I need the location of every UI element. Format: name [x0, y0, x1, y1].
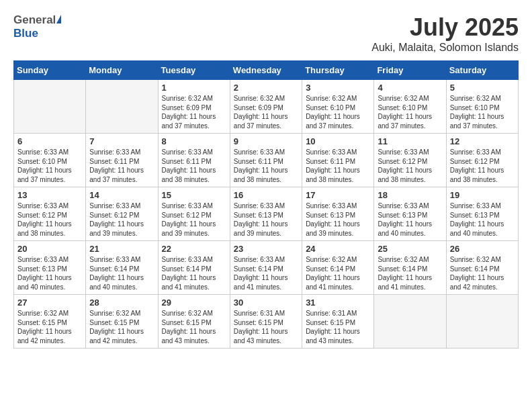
day-info: Sunrise: 6:33 AM Sunset: 6:11 PM Dayligh… — [234, 148, 298, 184]
day-info: Sunrise: 6:33 AM Sunset: 6:13 PM Dayligh… — [234, 201, 298, 238]
calendar-day-cell: 23Sunrise: 6:33 AM Sunset: 6:14 PM Dayli… — [230, 241, 302, 295]
calendar-day-cell: 13Sunrise: 6:33 AM Sunset: 6:12 PM Dayli… — [14, 187, 86, 241]
day-info: Sunrise: 6:32 AM Sunset: 6:10 PM Dayligh… — [450, 94, 515, 130]
calendar-day-cell: 29Sunrise: 6:32 AM Sunset: 6:15 PM Dayli… — [158, 295, 230, 349]
weekday-header: Sunday — [14, 61, 86, 80]
calendar-day-cell: 6Sunrise: 6:33 AM Sunset: 6:10 PM Daylig… — [14, 134, 86, 187]
logo-general: General — [13, 13, 56, 27]
day-number: 21 — [89, 244, 154, 254]
weekday-header: Thursday — [302, 61, 374, 80]
calendar-day-cell: 4Sunrise: 6:32 AM Sunset: 6:10 PM Daylig… — [374, 80, 446, 134]
day-number: 10 — [306, 136, 370, 146]
calendar-table: SundayMondayTuesdayWednesdayThursdayFrid… — [13, 60, 519, 349]
day-info: Sunrise: 6:32 AM Sunset: 6:15 PM Dayligh… — [162, 309, 226, 345]
day-info: Sunrise: 6:32 AM Sunset: 6:10 PM Dayligh… — [378, 94, 442, 130]
calendar-day-cell: 30Sunrise: 6:31 AM Sunset: 6:15 PM Dayli… — [230, 295, 302, 349]
calendar-day-cell: 19Sunrise: 6:33 AM Sunset: 6:13 PM Dayli… — [446, 187, 518, 241]
day-number: 14 — [89, 190, 154, 200]
day-info: Sunrise: 6:33 AM Sunset: 6:12 PM Dayligh… — [378, 148, 442, 184]
day-info: Sunrise: 6:33 AM Sunset: 6:11 PM Dayligh… — [89, 148, 154, 184]
day-info: Sunrise: 6:32 AM Sunset: 6:14 PM Dayligh… — [378, 255, 442, 291]
calendar-day-cell: 31Sunrise: 6:31 AM Sunset: 6:15 PM Dayli… — [302, 295, 374, 349]
logo-blue: Blue — [13, 27, 38, 40]
day-number: 13 — [17, 190, 82, 200]
weekday-header: Tuesday — [158, 61, 230, 80]
day-number: 4 — [378, 83, 442, 93]
day-number: 18 — [378, 190, 442, 200]
day-info: Sunrise: 6:33 AM Sunset: 6:12 PM Dayligh… — [17, 201, 82, 238]
day-number: 11 — [378, 136, 442, 146]
calendar-day-cell: 12Sunrise: 6:33 AM Sunset: 6:12 PM Dayli… — [446, 134, 518, 187]
calendar-day-cell: 10Sunrise: 6:33 AM Sunset: 6:11 PM Dayli… — [302, 134, 374, 187]
calendar-day-cell: 7Sunrise: 6:33 AM Sunset: 6:11 PM Daylig… — [86, 134, 158, 187]
day-number: 6 — [17, 136, 82, 146]
calendar-day-cell: 22Sunrise: 6:33 AM Sunset: 6:14 PM Dayli… — [158, 241, 230, 295]
logo: General Blue — [13, 13, 61, 40]
calendar-day-cell — [374, 295, 446, 349]
calendar-day-cell: 11Sunrise: 6:33 AM Sunset: 6:12 PM Dayli… — [374, 134, 446, 187]
day-info: Sunrise: 6:33 AM Sunset: 6:13 PM Dayligh… — [378, 201, 442, 238]
calendar-week-row: 27Sunrise: 6:32 AM Sunset: 6:15 PM Dayli… — [14, 295, 519, 349]
day-info: Sunrise: 6:32 AM Sunset: 6:10 PM Dayligh… — [306, 94, 370, 130]
day-info: Sunrise: 6:33 AM Sunset: 6:11 PM Dayligh… — [162, 148, 226, 184]
day-number: 25 — [378, 244, 442, 254]
page-header: General Blue July 2025 Auki, Malaita, So… — [13, 13, 519, 54]
calendar-header-row: SundayMondayTuesdayWednesdayThursdayFrid… — [14, 61, 519, 80]
calendar-day-cell — [86, 80, 158, 134]
day-info: Sunrise: 6:32 AM Sunset: 6:15 PM Dayligh… — [89, 309, 154, 345]
calendar-day-cell: 16Sunrise: 6:33 AM Sunset: 6:13 PM Dayli… — [230, 187, 302, 241]
day-number: 30 — [234, 298, 298, 308]
day-info: Sunrise: 6:32 AM Sunset: 6:14 PM Dayligh… — [450, 255, 515, 291]
day-number: 24 — [306, 244, 370, 254]
calendar-week-row: 13Sunrise: 6:33 AM Sunset: 6:12 PM Dayli… — [14, 187, 519, 241]
day-number: 26 — [450, 244, 515, 254]
day-info: Sunrise: 6:33 AM Sunset: 6:12 PM Dayligh… — [89, 201, 154, 238]
day-number: 9 — [234, 136, 298, 146]
calendar-week-row: 6Sunrise: 6:33 AM Sunset: 6:10 PM Daylig… — [14, 134, 519, 187]
month-title: July 2025 — [371, 13, 519, 42]
day-number: 17 — [306, 190, 370, 200]
day-info: Sunrise: 6:31 AM Sunset: 6:15 PM Dayligh… — [234, 309, 298, 345]
weekday-header: Wednesday — [230, 61, 302, 80]
day-info: Sunrise: 6:31 AM Sunset: 6:15 PM Dayligh… — [306, 309, 370, 345]
day-info: Sunrise: 6:33 AM Sunset: 6:13 PM Dayligh… — [450, 201, 515, 238]
day-number: 31 — [306, 298, 370, 308]
day-number: 1 — [162, 83, 226, 93]
calendar-day-cell: 9Sunrise: 6:33 AM Sunset: 6:11 PM Daylig… — [230, 134, 302, 187]
weekday-header: Friday — [374, 61, 446, 80]
calendar-day-cell: 18Sunrise: 6:33 AM Sunset: 6:13 PM Dayli… — [374, 187, 446, 241]
calendar-day-cell — [446, 295, 518, 349]
calendar-day-cell: 1Sunrise: 6:32 AM Sunset: 6:09 PM Daylig… — [158, 80, 230, 134]
weekday-header: Saturday — [446, 61, 518, 80]
calendar-day-cell: 2Sunrise: 6:32 AM Sunset: 6:09 PM Daylig… — [230, 80, 302, 134]
day-number: 2 — [234, 83, 298, 93]
day-number: 3 — [306, 83, 370, 93]
day-info: Sunrise: 6:33 AM Sunset: 6:13 PM Dayligh… — [306, 201, 370, 238]
day-info: Sunrise: 6:33 AM Sunset: 6:12 PM Dayligh… — [162, 201, 226, 238]
day-number: 22 — [162, 244, 226, 254]
location-title: Auki, Malaita, Solomon Islands — [371, 42, 519, 54]
day-number: 8 — [162, 136, 226, 146]
day-info: Sunrise: 6:32 AM Sunset: 6:09 PM Dayligh… — [234, 94, 298, 130]
weekday-header: Monday — [86, 61, 158, 80]
day-number: 19 — [450, 190, 515, 200]
day-number: 5 — [450, 83, 515, 93]
calendar-day-cell: 25Sunrise: 6:32 AM Sunset: 6:14 PM Dayli… — [374, 241, 446, 295]
calendar-day-cell: 28Sunrise: 6:32 AM Sunset: 6:15 PM Dayli… — [86, 295, 158, 349]
logo-triangle-icon — [56, 15, 61, 24]
calendar-day-cell: 24Sunrise: 6:32 AM Sunset: 6:14 PM Dayli… — [302, 241, 374, 295]
day-number: 12 — [450, 136, 515, 146]
day-number: 20 — [17, 244, 82, 254]
day-number: 23 — [234, 244, 298, 254]
day-info: Sunrise: 6:33 AM Sunset: 6:12 PM Dayligh… — [450, 148, 515, 184]
day-info: Sunrise: 6:33 AM Sunset: 6:14 PM Dayligh… — [162, 255, 226, 291]
day-info: Sunrise: 6:33 AM Sunset: 6:10 PM Dayligh… — [17, 148, 82, 184]
day-info: Sunrise: 6:32 AM Sunset: 6:15 PM Dayligh… — [17, 309, 82, 345]
calendar-day-cell: 17Sunrise: 6:33 AM Sunset: 6:13 PM Dayli… — [302, 187, 374, 241]
day-info: Sunrise: 6:33 AM Sunset: 6:13 PM Dayligh… — [17, 255, 82, 291]
day-number: 7 — [89, 136, 154, 146]
calendar-day-cell: 20Sunrise: 6:33 AM Sunset: 6:13 PM Dayli… — [14, 241, 86, 295]
day-info: Sunrise: 6:32 AM Sunset: 6:14 PM Dayligh… — [306, 255, 370, 291]
day-number: 16 — [234, 190, 298, 200]
calendar-day-cell: 14Sunrise: 6:33 AM Sunset: 6:12 PM Dayli… — [86, 187, 158, 241]
